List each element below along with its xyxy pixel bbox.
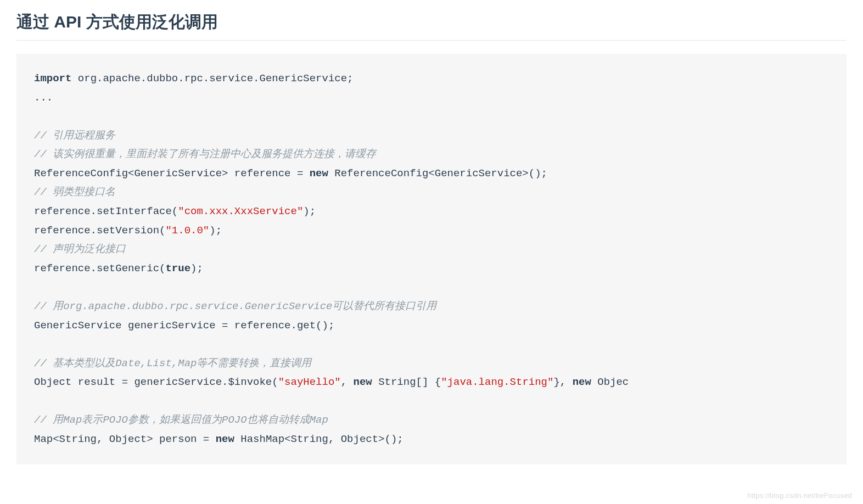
keyword-new: new — [573, 376, 591, 388]
comment: // 用Map表示POJO参数，如果返回值为POJO也将自动转成Map — [34, 414, 334, 426]
string-literal: "1.0.0" — [165, 225, 209, 237]
code-text: Object result = genericService.$invoke( — [34, 376, 278, 388]
code-text: GenericService genericService = referenc… — [34, 320, 334, 332]
keyword-new: new — [354, 376, 372, 388]
string-literal: "sayHello" — [278, 376, 341, 388]
comment: // 声明为泛化接口 — [34, 243, 138, 255]
string-literal: "java.lang.String" — [441, 376, 553, 388]
code-text: ); — [303, 205, 316, 217]
code-text: String[] { — [372, 376, 441, 388]
code-text: ); — [190, 262, 203, 275]
code-text: reference.setInterface( — [34, 205, 178, 217]
code-text: ); — [209, 225, 222, 237]
string-literal: "com.xxx.XxxService" — [178, 205, 303, 217]
keyword-import: import — [34, 72, 71, 85]
code-text: Objec — [591, 376, 629, 388]
comment: // 该实例很重量，里面封装了所有与注册中心及服务提供方连接，请缓存 — [34, 148, 376, 160]
code-text: HashMap<String, Object>(); — [234, 433, 404, 445]
keyword-true: true — [165, 262, 190, 275]
comment: // 弱类型接口名 — [34, 186, 128, 198]
comment: // 用org.apache.dubbo.rpc.service.Generic… — [34, 300, 449, 312]
code-text: , — [341, 376, 354, 388]
code-block: import org.apache.dubbo.rpc.service.Gene… — [16, 54, 847, 464]
code-text: reference.setVersion( — [34, 225, 165, 237]
code-text: }, — [553, 376, 572, 388]
code-text: ReferenceConfig<GenericService> referenc… — [34, 167, 310, 180]
section-heading: 通过 API 方式使用泛化调用 — [16, 11, 847, 41]
code-text: org.apache.dubbo.rpc.service.GenericServ… — [71, 72, 353, 85]
comment: // 基本类型以及Date,List,Map等不需要转换，直接调用 — [34, 357, 318, 369]
comment: // 引用远程服务 — [34, 130, 122, 142]
code-text: ... — [34, 92, 53, 104]
code-text: ReferenceConfig<GenericService>(); — [328, 167, 547, 180]
keyword-new: new — [310, 167, 328, 180]
code-text: Map<String, Object> person = — [34, 433, 216, 445]
code-text: reference.setGeneric( — [34, 262, 165, 275]
keyword-new: new — [216, 433, 234, 445]
